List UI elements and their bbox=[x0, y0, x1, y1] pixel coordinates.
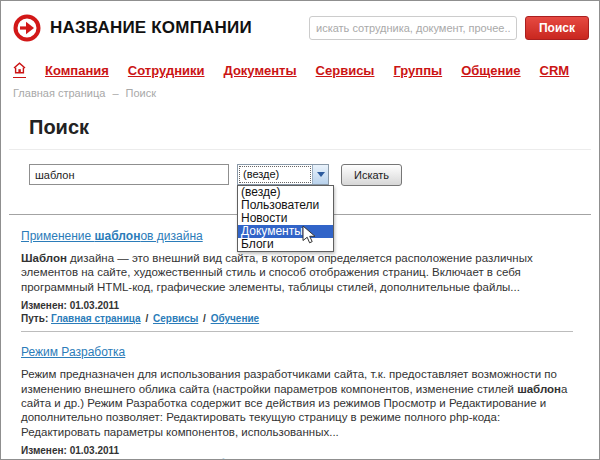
page-title: Поиск bbox=[29, 116, 591, 139]
breadcrumb: Главная страница – Поиск bbox=[13, 87, 599, 99]
result-snippet: Шаблон дизайна — это внешний вид сайта, … bbox=[21, 251, 573, 294]
select-arrow-button[interactable] bbox=[312, 165, 328, 184]
global-search-input[interactable] bbox=[309, 16, 517, 40]
arrow-right-circle-icon bbox=[13, 14, 41, 42]
nav-item-crm[interactable]: CRM bbox=[540, 63, 570, 78]
nav-home-link[interactable] bbox=[13, 62, 26, 78]
title-divider bbox=[9, 149, 591, 150]
nav-item-services[interactable]: Сервисы bbox=[316, 63, 375, 78]
search-submit-button[interactable]: Искать bbox=[341, 164, 402, 186]
header: НАЗВАНИЕ КОМПАНИИ Поиск bbox=[1, 1, 599, 42]
home-icon bbox=[13, 60, 26, 77]
snippet-highlight: Шаблон bbox=[21, 252, 67, 264]
path-separator: / bbox=[203, 313, 206, 324]
result-title-link[interactable]: Применение шаблонов дизайна bbox=[21, 229, 203, 243]
nav-item-company[interactable]: Компания bbox=[45, 63, 109, 78]
nav-item-documents[interactable]: Документы bbox=[224, 63, 297, 78]
modified-label: Изменен: bbox=[21, 445, 67, 456]
modified-label: Изменен: bbox=[21, 300, 67, 311]
search-form: (везде) Искать (везде) Пользователи Ново… bbox=[29, 164, 591, 186]
main-nav: Компания Сотрудники Документы Сервисы Гр… bbox=[13, 62, 599, 78]
snippet-text: Режим предназначен для использования раз… bbox=[21, 368, 557, 394]
path-separator: / bbox=[145, 313, 148, 324]
dropdown-option-blogs[interactable]: Блоги bbox=[238, 238, 333, 251]
result-title-link[interactable]: Режим Разработка bbox=[21, 345, 125, 359]
snippet-text: дизайна — это внешний вид сайта, в котор… bbox=[21, 252, 533, 293]
chevron-down-icon bbox=[317, 172, 325, 177]
nav-item-employees[interactable]: Сотрудники bbox=[128, 63, 205, 78]
result-snippet: Режим предназначен для использования раз… bbox=[21, 367, 573, 439]
path-link-services[interactable]: Сервисы bbox=[153, 313, 198, 324]
breadcrumb-home[interactable]: Главная страница bbox=[13, 87, 105, 99]
global-search-button[interactable]: Поиск bbox=[525, 16, 589, 40]
result-meta: Изменен: 01.03.2011 Путь: Главная страни… bbox=[21, 300, 573, 325]
path-link-home[interactable]: Главная страница bbox=[51, 313, 141, 324]
company-logo[interactable]: НАЗВАНИЕ КОМПАНИИ bbox=[13, 14, 252, 42]
result-path: Путь: Главная страница / Сервисы / Обуче… bbox=[21, 313, 573, 326]
result-title-text: Режим Разработка bbox=[21, 345, 125, 359]
result-title-text: Применение bbox=[21, 229, 95, 243]
breadcrumb-current: Поиск bbox=[126, 87, 156, 99]
nav-item-groups[interactable]: Группы bbox=[393, 63, 442, 78]
scope-select[interactable]: (везде) bbox=[237, 164, 329, 185]
search-result: Режим Разработка Режим предназначен для … bbox=[21, 335, 573, 460]
result-title-highlight: шаблон bbox=[95, 229, 141, 243]
main-content: Поиск (везде) Искать (везде) Пользовател… bbox=[1, 116, 599, 460]
result-modified: Изменен: 01.03.2011 bbox=[21, 445, 573, 458]
result-title-text: ов дизайна bbox=[140, 229, 202, 243]
breadcrumb-separator: – bbox=[112, 87, 118, 99]
snippet-highlight: шаблон bbox=[517, 383, 561, 395]
page: НАЗВАНИЕ КОМПАНИИ Поиск Компания Сотрудн… bbox=[0, 0, 600, 460]
result-meta: Изменен: 01.03.2011 Путь: Главная страни… bbox=[21, 445, 573, 460]
scope-selected-value: (везде) bbox=[239, 166, 311, 183]
path-label: Путь: bbox=[21, 313, 48, 324]
scope-dropdown-list: (везде) Пользователи Новости Документы Б… bbox=[237, 185, 334, 252]
result-modified: Изменен: 01.03.2011 bbox=[21, 300, 573, 313]
query-input[interactable] bbox=[29, 164, 229, 185]
company-name: НАЗВАНИЕ КОМПАНИИ bbox=[50, 18, 252, 38]
nav-item-communication[interactable]: Общение bbox=[461, 63, 520, 78]
modified-value: 01.03.2011 bbox=[70, 300, 120, 311]
modified-value: 01.03.2011 bbox=[70, 445, 120, 456]
results-separator bbox=[21, 331, 573, 332]
path-link-training[interactable]: Обучение bbox=[211, 313, 260, 324]
mouse-pointer-icon bbox=[302, 225, 316, 248]
